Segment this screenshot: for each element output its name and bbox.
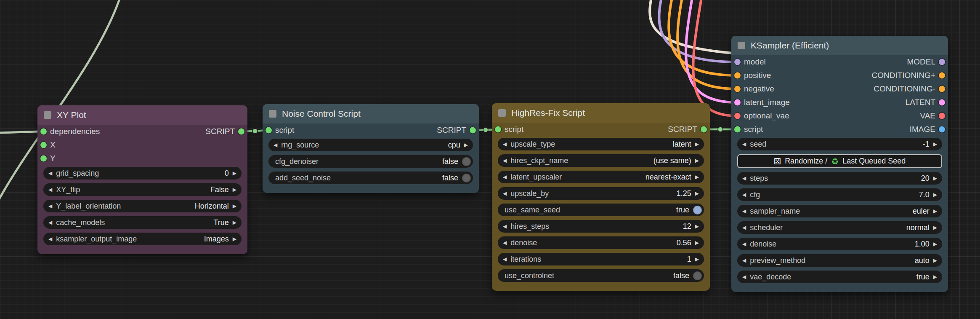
widget-cfg[interactable]: ◀cfg7.0▶ — [737, 188, 942, 201]
combo-left-arrow-icon[interactable]: ◀ — [503, 257, 507, 262]
node-highres-fix-script[interactable]: HighRes-Fix ScriptscriptSCRIPT◀upscale_t… — [492, 103, 710, 291]
node-header-ksampler[interactable]: KSampler (Efficient) — [731, 36, 948, 55]
widget-hires_steps[interactable]: ◀hires_steps12▶ — [498, 220, 704, 233]
input-dot-optional_vae[interactable] — [734, 113, 741, 119]
widget-denoise[interactable]: ◀denoise0.56▶ — [498, 236, 704, 249]
widget-use_same_seed[interactable]: use_same_seedtrue — [498, 204, 704, 216]
combo-right-arrow-icon[interactable]: ▶ — [233, 171, 236, 176]
combo-left-arrow-icon[interactable]: ◀ — [742, 142, 746, 147]
combo-left-arrow-icon[interactable]: ◀ — [48, 171, 52, 176]
widget-sampler_name[interactable]: ◀sampler_nameeuler▶ — [737, 205, 942, 217]
widget-vae_decode[interactable]: ◀vae_decodetrue▶ — [737, 271, 942, 283]
combo-right-arrow-icon[interactable]: ▶ — [695, 257, 699, 262]
widget-use_controlnet[interactable]: use_controlnetfalse — [498, 269, 704, 282]
combo-right-arrow-icon[interactable]: ▶ — [233, 204, 236, 209]
randomize-last-queued-seed-button[interactable]: ⚄Randomize /♻Last Queued Seed — [737, 154, 942, 168]
input-dot-Y[interactable] — [40, 155, 47, 162]
toggle-knob[interactable] — [462, 157, 471, 166]
widget-steps[interactable]: ◀steps20▶ — [737, 172, 942, 185]
combo-left-arrow-icon[interactable]: ◀ — [742, 258, 746, 263]
output-dot-LATENT[interactable] — [939, 99, 945, 106]
combo-right-arrow-icon[interactable]: ▶ — [695, 142, 699, 147]
widget-XY_flip[interactable]: ◀XY_flipFalse▶ — [43, 183, 242, 196]
widget-hires_ckpt_name[interactable]: ◀hires_ckpt_name(use same)▶ — [498, 154, 704, 167]
combo-right-arrow-icon[interactable]: ▶ — [233, 187, 236, 192]
widget-preview_method[interactable]: ◀preview_methodauto▶ — [737, 254, 942, 267]
combo-left-arrow-icon[interactable]: ◀ — [48, 236, 52, 241]
combo-left-arrow-icon[interactable]: ◀ — [503, 240, 507, 245]
combo-left-arrow-icon[interactable]: ◀ — [742, 274, 746, 279]
combo-right-arrow-icon[interactable]: ▶ — [933, 225, 937, 230]
output-dot-IMAGE[interactable] — [939, 126, 945, 133]
combo-left-arrow-icon[interactable]: ◀ — [503, 142, 507, 147]
combo-left-arrow-icon[interactable]: ◀ — [742, 176, 746, 181]
node-header-noise-control[interactable]: Noise Control Script — [263, 104, 479, 123]
widget-grid_spacing[interactable]: ◀grid_spacing0▶ — [43, 167, 242, 180]
node-graph-canvas[interactable]: XY PlotdependenciesSCRIPTXY◀grid_spacing… — [0, 0, 980, 319]
output-dot-SCRIPT[interactable] — [701, 126, 707, 133]
node-header-highres-fix[interactable]: HighRes-Fix Script — [492, 103, 710, 123]
input-dot-script[interactable] — [495, 126, 501, 133]
combo-right-arrow-icon[interactable]: ▶ — [933, 142, 937, 147]
widget-rng_source[interactable]: ◀rng_sourcecpu▶ — [268, 139, 473, 151]
combo-left-arrow-icon[interactable]: ◀ — [742, 225, 746, 230]
combo-left-arrow-icon[interactable]: ◀ — [503, 158, 507, 163]
combo-right-arrow-icon[interactable]: ▶ — [695, 174, 699, 180]
input-dot-X[interactable] — [40, 142, 47, 148]
widget-iterations[interactable]: ◀iterations1▶ — [498, 253, 704, 265]
combo-right-arrow-icon[interactable]: ▶ — [933, 192, 937, 197]
output-dot-CONDITIONING+[interactable] — [939, 72, 945, 79]
input-dot-negative[interactable] — [734, 86, 741, 92]
widget-denoise[interactable]: ◀denoise1.00▶ — [737, 238, 942, 250]
input-dot-dependencies[interactable] — [40, 129, 47, 135]
combo-left-arrow-icon[interactable]: ◀ — [274, 142, 277, 147]
collapse-icon[interactable] — [498, 109, 506, 117]
combo-right-arrow-icon[interactable]: ▶ — [233, 220, 236, 225]
toggle-knob[interactable] — [693, 271, 702, 280]
widget-add_seed_noise[interactable]: add_seed_noisefalse — [268, 172, 473, 184]
collapse-icon[interactable] — [269, 110, 276, 118]
combo-left-arrow-icon[interactable]: ◀ — [742, 241, 746, 247]
output-dot-VAE[interactable] — [939, 113, 945, 119]
input-dot-script[interactable] — [734, 126, 741, 133]
output-dot-CONDITIONING-[interactable] — [939, 86, 945, 92]
combo-right-arrow-icon[interactable]: ▶ — [695, 224, 699, 229]
combo-right-arrow-icon[interactable]: ▶ — [933, 209, 937, 214]
combo-right-arrow-icon[interactable]: ▶ — [464, 142, 468, 147]
combo-left-arrow-icon[interactable]: ◀ — [48, 187, 52, 192]
combo-right-arrow-icon[interactable]: ▶ — [933, 241, 937, 247]
combo-right-arrow-icon[interactable]: ▶ — [933, 274, 937, 279]
combo-right-arrow-icon[interactable]: ▶ — [695, 191, 699, 196]
combo-left-arrow-icon[interactable]: ◀ — [503, 224, 507, 229]
input-dot-latent_image[interactable] — [734, 99, 741, 106]
combo-right-arrow-icon[interactable]: ▶ — [695, 158, 699, 163]
toggle-knob[interactable] — [462, 174, 471, 182]
combo-left-arrow-icon[interactable]: ◀ — [503, 174, 507, 180]
toggle-knob[interactable] — [693, 206, 702, 214]
widget-Y_label_orientation[interactable]: ◀Y_label_orientationHorizontal▶ — [43, 200, 242, 212]
widget-cfg_denoiser[interactable]: cfg_denoiserfalse — [268, 155, 473, 168]
widget-upscale_by[interactable]: ◀upscale_by1.25▶ — [498, 187, 704, 200]
output-dot-SCRIPT[interactable] — [238, 129, 244, 135]
node-header-xy-plot[interactable]: XY Plot — [37, 105, 247, 125]
combo-right-arrow-icon[interactable]: ▶ — [933, 176, 937, 181]
combo-right-arrow-icon[interactable]: ▶ — [233, 236, 236, 241]
node-ksampler-efficient[interactable]: KSampler (Efficient)modelMODELpositiveCO… — [731, 36, 948, 292]
combo-left-arrow-icon[interactable]: ◀ — [742, 192, 746, 197]
input-dot-positive[interactable] — [734, 72, 741, 79]
input-dot-script[interactable] — [266, 127, 272, 134]
combo-left-arrow-icon[interactable]: ◀ — [503, 191, 507, 196]
widget-scheduler[interactable]: ◀schedulernormal▶ — [737, 221, 942, 234]
widget-ksampler_output_image[interactable]: ◀ksampler_output_imageImages▶ — [43, 233, 242, 245]
combo-left-arrow-icon[interactable]: ◀ — [48, 220, 52, 225]
widget-cache_models[interactable]: ◀cache_modelsTrue▶ — [43, 216, 242, 229]
output-dot-MODEL[interactable] — [939, 59, 945, 65]
collapse-icon[interactable] — [738, 42, 745, 49]
widget-latent_upscaler[interactable]: ◀latent_upscalernearest-exact▶ — [498, 171, 704, 183]
combo-left-arrow-icon[interactable]: ◀ — [742, 209, 746, 214]
widget-upscale_type[interactable]: ◀upscale_typelatent▶ — [498, 138, 704, 150]
node-noise-control-script[interactable]: Noise Control ScriptscriptSCRIPT◀rng_sou… — [263, 104, 479, 193]
combo-right-arrow-icon[interactable]: ▶ — [933, 258, 937, 263]
input-dot-model[interactable] — [734, 59, 741, 65]
combo-right-arrow-icon[interactable]: ▶ — [695, 240, 699, 245]
